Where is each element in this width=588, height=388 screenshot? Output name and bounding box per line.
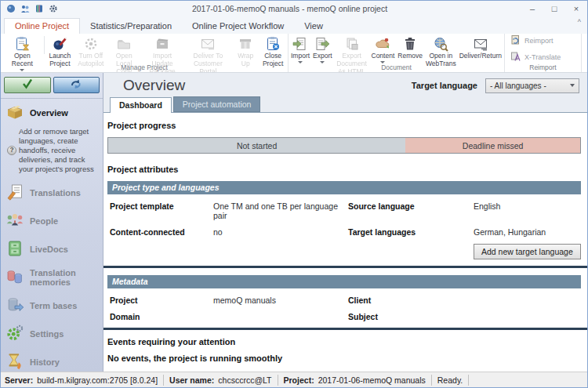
sidebar-item-settings[interactable]: Settings xyxy=(1,320,103,348)
add-new-target-language-button[interactable]: Add new target language xyxy=(474,244,581,259)
ribbon-tab-online-project-workflow[interactable]: Online Project Workflow xyxy=(182,19,294,34)
target-language-value: - All languages - xyxy=(490,82,546,90)
status-separator xyxy=(163,375,164,386)
events-status-text: No events, the project is running smooth… xyxy=(107,354,581,363)
minimize-button[interactable]: – xyxy=(521,2,543,16)
wrap-up-button: Wrap Up xyxy=(232,34,259,63)
status-bar: Server: build-m.kilgray.com:2705 [8.0.24… xyxy=(1,372,587,387)
field-value xyxy=(213,312,348,321)
field-value: English xyxy=(474,201,581,220)
close-button[interactable]: × xyxy=(565,2,587,16)
sidebar-item-history[interactable]: History xyxy=(1,348,103,372)
ribbon-button-label: X-Translate xyxy=(524,53,561,61)
export-html-icon xyxy=(344,36,360,52)
import-update-package-button: Import Update Package xyxy=(141,34,183,63)
translation-memories-icon xyxy=(5,267,24,288)
ribbon-tab-view[interactable]: View xyxy=(294,19,333,34)
term-bases-icon xyxy=(5,296,24,316)
app-window: 2017-01-06-memoQ manuals - memoQ online … xyxy=(0,0,588,388)
reimport-button: Reimport xyxy=(510,34,561,47)
sidebar-item-label: Translation memories xyxy=(30,268,100,287)
ribbon-group-label: Document xyxy=(289,63,504,71)
project-progress-heading: Project progress xyxy=(107,121,581,130)
field-label: Client xyxy=(348,296,474,305)
sidebar-description-text: Add or remove target languages, create h… xyxy=(19,127,100,173)
sidebar-item-livedocs[interactable]: LiveDocs xyxy=(1,235,103,263)
import-document-icon xyxy=(292,36,308,52)
open-recent-button[interactable]: Open Recent xyxy=(2,34,43,63)
people-icon xyxy=(5,211,24,231)
close-project-button[interactable]: Close Project xyxy=(259,34,287,63)
gear-quick-icon[interactable] xyxy=(49,4,58,13)
sidebar-item-people[interactable]: People xyxy=(1,207,103,235)
trash-icon xyxy=(402,36,418,52)
envelope-icon xyxy=(200,36,216,52)
maximize-button[interactable]: □ xyxy=(543,2,565,16)
project-type-grid: Project template One TM and one TB per l… xyxy=(107,201,581,259)
status-separator xyxy=(431,375,432,386)
field-value xyxy=(474,312,581,321)
sidebar-item-label: Translations xyxy=(30,188,81,198)
main-area: Overview ? Add or remove target language… xyxy=(1,73,587,372)
launch-project-button[interactable]: Launch Project xyxy=(45,34,75,63)
ribbon-group-label: Reimport xyxy=(505,63,581,71)
sidebar-item-overview[interactable]: Overview xyxy=(1,99,103,127)
tab-dashboard[interactable]: Dashboard xyxy=(110,97,172,113)
open-recent-icon xyxy=(14,36,30,52)
remove-button[interactable]: Remove xyxy=(396,34,424,63)
user-name-value: chcsccrcc@LT xyxy=(218,375,271,385)
field-value: One TM and one TB per language pair xyxy=(213,201,348,220)
target-language-select[interactable]: - All languages - xyxy=(485,78,579,93)
memoq-app-icon[interactable] xyxy=(6,4,16,13)
open-in-webtrans-button[interactable]: Open in WebTrans xyxy=(424,34,458,63)
field-label: Target languages xyxy=(348,227,474,237)
ribbon-tab-statistics-preparation[interactable]: Statistics/Preparation xyxy=(80,19,182,34)
status-separator xyxy=(468,375,469,386)
reimport-icon xyxy=(510,34,521,47)
window-controls: – □ × xyxy=(521,2,587,16)
ribbon-button-label: Export xyxy=(313,53,332,60)
sidebar-item-translation-memories[interactable]: Translation memories xyxy=(1,263,103,292)
events-heading: Events requiring your attention xyxy=(107,337,581,346)
ribbon-tab-bar: Online Project Statistics/Preparation On… xyxy=(1,16,587,34)
field-label: Content-connected xyxy=(110,227,213,237)
target-language-label: Target language xyxy=(412,81,477,90)
window-title: 2017-01-06-memoQ manuals - memoQ online … xyxy=(58,4,521,13)
ribbon-group-manage-project: Open Recent Launch Project Turn Off Auto… xyxy=(1,34,289,72)
progress-segment-deadline-missed: Deadline missed xyxy=(405,138,580,153)
deliver-return-button[interactable]: Deliver/Return xyxy=(458,34,503,63)
settings-gear-icon xyxy=(5,324,24,344)
sidebar-item-label: People xyxy=(30,216,58,226)
import-button[interactable]: Import xyxy=(289,34,311,63)
people-quick-icon[interactable] xyxy=(20,4,30,13)
book-quick-icon[interactable] xyxy=(34,4,44,13)
content-button[interactable]: Content xyxy=(370,34,397,63)
ribbon: Open Recent Launch Project Turn Off Auto… xyxy=(1,34,587,73)
webtrans-globe-icon xyxy=(433,36,448,52)
field-value xyxy=(474,296,581,305)
sidebar-item-term-bases[interactable]: Term bases xyxy=(1,292,103,320)
sidebar-item-translations[interactable]: Translations xyxy=(1,179,103,207)
ribbon-collapse-chevron-icon[interactable]: ^ xyxy=(578,18,581,26)
sidebar-item-label: LiveDocs xyxy=(30,245,68,254)
sync-button[interactable] xyxy=(53,77,100,93)
content-cloud-icon xyxy=(375,36,390,52)
ribbon-button-label: Reimport xyxy=(524,37,554,45)
sync-arrows-icon xyxy=(70,78,82,92)
section-header-project-type-languages: Project type and languages xyxy=(107,181,581,194)
export-button[interactable]: Export xyxy=(311,34,334,63)
history-hourglass-icon xyxy=(5,352,24,372)
ribbon-tab-online-project[interactable]: Online Project xyxy=(4,18,80,34)
confirm-button[interactable] xyxy=(4,77,51,93)
field-label: Domain xyxy=(110,312,213,321)
ribbon-separator xyxy=(44,36,45,54)
project-attributes-heading: Project attributes xyxy=(107,165,581,174)
ready-status: Ready. xyxy=(437,375,463,385)
launch-project-icon xyxy=(52,36,67,52)
turn-off-autopilot-button: Turn Off Autopilot xyxy=(74,34,107,63)
section-header-metadata: Metadata xyxy=(107,275,581,288)
content-tab-bar: Dashboard Project automation xyxy=(103,96,587,112)
tab-project-automation[interactable]: Project automation xyxy=(173,96,261,112)
livedocs-icon xyxy=(5,239,24,259)
help-icon: ? xyxy=(7,146,16,155)
